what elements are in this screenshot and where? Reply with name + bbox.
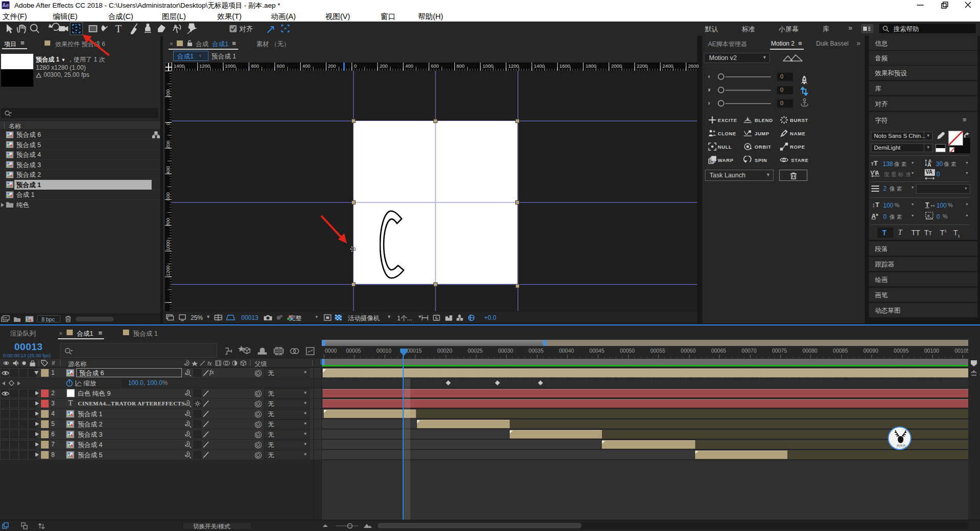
svg-text:六六六: 六六六 [896,444,906,447]
svg-text:对齐: 对齐 [239,25,253,33]
svg-text:T: T [115,23,121,34]
svg-text:fx: fx [207,360,212,366]
